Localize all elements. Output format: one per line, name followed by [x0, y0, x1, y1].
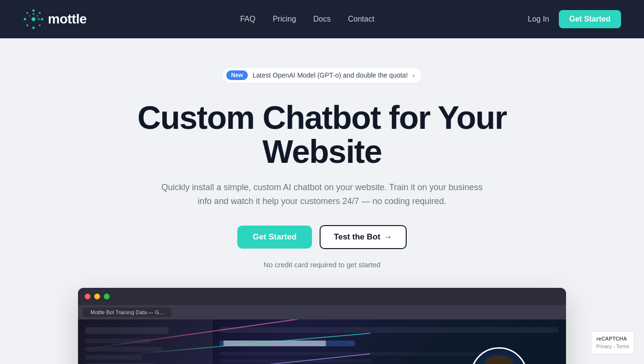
browser-close-dot: [85, 294, 90, 299]
screenshot-content: [78, 319, 566, 364]
banner-arrow-icon: ›: [412, 71, 415, 79]
svg-point-5: [26, 24, 28, 26]
product-screenshot: Mottle Bot Training Data — G...: [78, 288, 566, 364]
recaptcha-badge: reCAPTCHA Privacy - Terms: [591, 331, 634, 354]
hero-section: New Latest OpenAI Model (GPT-o) and doub…: [0, 38, 644, 364]
logo-container[interactable]: mottle: [23, 9, 87, 30]
login-link[interactable]: Log In: [528, 15, 549, 23]
navbar: mottle FAQ Pricing Docs Contact Log In G…: [0, 0, 644, 38]
nav-item-faq[interactable]: FAQ: [240, 15, 255, 23]
logo-text: mottle: [48, 11, 87, 27]
svg-point-11: [29, 15, 31, 17]
hero-title: Custom Chatbot for Your Website: [107, 101, 537, 169]
hero-buttons: Get Started Test the Bot →: [237, 225, 407, 249]
test-bot-label: Test the Bot: [334, 232, 380, 242]
svg-point-1: [39, 12, 41, 14]
get-started-button[interactable]: Get Started: [237, 226, 312, 249]
nav-link-faq[interactable]: FAQ: [240, 15, 255, 23]
nav-links: FAQ Pricing Docs Contact: [240, 15, 375, 23]
browser-chrome: [78, 288, 566, 305]
nav-right: Log In Get Started: [528, 10, 621, 28]
test-the-bot-button[interactable]: Test the Bot →: [320, 225, 407, 249]
svg-point-2: [41, 18, 44, 21]
announcement-banner[interactable]: New Latest OpenAI Model (GPT-o) and doub…: [222, 67, 422, 83]
browser-tab: Mottle Bot Training Data — G...: [83, 307, 171, 317]
svg-point-6: [24, 18, 26, 21]
svg-point-9: [37, 15, 38, 17]
svg-point-3: [39, 24, 41, 26]
nav-link-pricing[interactable]: Pricing: [273, 15, 296, 23]
svg-point-0: [33, 10, 35, 12]
recaptcha-links: Privacy - Terms: [596, 343, 629, 350]
svg-point-12: [32, 17, 35, 21]
no-credit-card-text: No credit card required to get started: [264, 261, 380, 269]
nav-get-started-button[interactable]: Get Started: [559, 10, 621, 28]
nav-link-docs[interactable]: Docs: [313, 15, 331, 23]
banner-text: Latest OpenAI Model (GPT-o) and double t…: [253, 71, 408, 79]
browser-minimize-dot: [94, 294, 100, 299]
nav-item-contact[interactable]: Contact: [348, 15, 374, 23]
browser-tab-bar: Mottle Bot Training Data — G...: [78, 305, 566, 319]
logo-icon: [23, 9, 44, 30]
nav-item-docs[interactable]: Docs: [313, 15, 331, 23]
hero-subtitle: Quickly install a simple, custom AI chat…: [159, 181, 485, 208]
new-badge: New: [226, 70, 248, 80]
nav-link-contact[interactable]: Contact: [348, 15, 374, 23]
svg-point-4: [33, 27, 35, 29]
browser-maximize-dot: [104, 294, 110, 299]
svg-point-8: [33, 13, 34, 15]
svg-point-7: [26, 12, 28, 14]
svg-rect-17: [486, 362, 513, 364]
test-bot-arrow-icon: →: [384, 232, 392, 242]
nav-item-pricing[interactable]: Pricing: [273, 15, 296, 23]
svg-point-10: [38, 18, 40, 20]
recaptcha-logo: reCAPTCHA: [596, 335, 629, 342]
